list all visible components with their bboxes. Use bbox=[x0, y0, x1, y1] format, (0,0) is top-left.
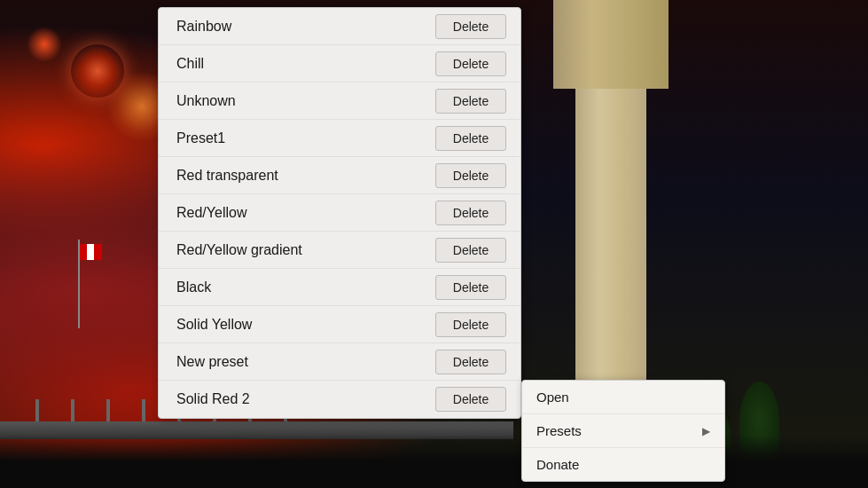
context-menu-item-label: Presets bbox=[536, 423, 582, 438]
bridge-post-1 bbox=[35, 399, 39, 421]
preset-name: Preset1 bbox=[176, 130, 225, 146]
delete-button[interactable]: Delete bbox=[435, 238, 506, 263]
preset-name: Solid Yellow bbox=[176, 317, 252, 333]
context-menu-item-donate[interactable]: Donate bbox=[522, 448, 724, 481]
preset-row: Solid YellowDelete bbox=[159, 306, 520, 343]
context-menu-item-label: Donate bbox=[536, 457, 579, 472]
delete-button[interactable]: Delete bbox=[435, 51, 506, 76]
delete-button[interactable]: Delete bbox=[435, 126, 506, 151]
preset-row: BlackDelete bbox=[159, 269, 520, 306]
delete-button[interactable]: Delete bbox=[435, 312, 506, 337]
context-menu-item-label: Open bbox=[536, 390, 569, 405]
delete-button[interactable]: Delete bbox=[435, 275, 506, 300]
context-menu-item-open[interactable]: Open bbox=[522, 381, 724, 414]
preset-row: ChillDelete bbox=[159, 45, 520, 83]
firework-3 bbox=[27, 27, 62, 62]
preset-name: Rainbow bbox=[176, 19, 231, 35]
preset-row: Red transparentDelete bbox=[159, 157, 520, 194]
preset-name: Unknown bbox=[176, 93, 236, 109]
preset-row: Preset1Delete bbox=[159, 120, 520, 157]
preset-row: Solid Red 2Delete bbox=[159, 381, 520, 418]
context-menu-item-presets[interactable]: Presets▶ bbox=[522, 414, 724, 448]
preset-name: Red/Yellow bbox=[176, 205, 246, 221]
tower-top bbox=[553, 0, 669, 89]
preset-panel: RainbowDeleteChillDeleteUnknownDeletePre… bbox=[158, 7, 521, 419]
flag-white bbox=[87, 244, 94, 260]
preset-row: New presetDelete bbox=[159, 343, 520, 381]
delete-button[interactable]: Delete bbox=[435, 387, 506, 412]
preset-row: RainbowDelete bbox=[159, 8, 520, 45]
preset-name: Red transparent bbox=[176, 168, 278, 184]
context-menu: OpenPresets▶Donate bbox=[521, 380, 725, 482]
preset-row: Red/Yellow gradientDelete bbox=[159, 232, 520, 269]
bridge-post-2 bbox=[71, 399, 74, 421]
preset-name: Solid Red 2 bbox=[176, 391, 250, 407]
preset-name: Black bbox=[176, 279, 211, 295]
delete-button[interactable]: Delete bbox=[435, 201, 506, 225]
delete-button[interactable]: Delete bbox=[435, 163, 506, 188]
preset-name: New preset bbox=[176, 354, 248, 370]
delete-button[interactable]: Delete bbox=[435, 89, 506, 114]
bridge-post-4 bbox=[142, 399, 145, 421]
preset-row: UnknownDelete bbox=[159, 83, 520, 120]
preset-name: Red/Yellow gradient bbox=[176, 242, 302, 258]
delete-button[interactable]: Delete bbox=[435, 14, 506, 39]
clock-tower bbox=[513, 0, 708, 390]
bridge-post-3 bbox=[106, 399, 110, 421]
delete-button[interactable]: Delete bbox=[435, 350, 506, 374]
preset-name: Chill bbox=[176, 56, 204, 72]
tower-body bbox=[575, 89, 646, 390]
chevron-right-icon: ▶ bbox=[702, 425, 710, 437]
crowd bbox=[0, 435, 868, 488]
flag bbox=[78, 240, 96, 266]
preset-row: Red/YellowDelete bbox=[159, 194, 520, 232]
